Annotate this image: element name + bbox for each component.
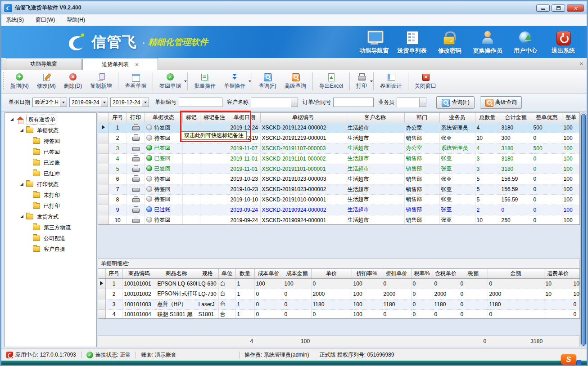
tab-功能导航窗[interactable]: 功能导航窗 — [6, 58, 81, 70]
tree-item-待签回[interactable]: 待签回 — [5, 136, 96, 147]
close-button[interactable] — [567, 4, 584, 12]
expand-triangle-icon[interactable] — [20, 183, 23, 186]
toolbar-excel-button[interactable]: 导出Excel — [315, 71, 347, 91]
col-cost-amount[interactable]: 成本金额 — [283, 269, 311, 279]
chevron-down-icon[interactable] — [60, 98, 67, 107]
delivery-row[interactable]: 9已过账2019-09-24XSCKD-20190924-000002生活超市销… — [98, 205, 580, 215]
dropdown-arrow-icon[interactable] — [370, 80, 373, 84]
col-status[interactable]: 单据状态 — [145, 113, 182, 123]
delivery-row[interactable]: 8待签回2019-10-10XSCKD-20191010-000001生活超市销… — [98, 195, 580, 205]
col-code[interactable]: 商品编码 — [122, 269, 156, 279]
delivery-row[interactable]: 5已签回2019-11-01XSCKD-20191101-000001生活超市销… — [98, 164, 580, 174]
date-from-select[interactable]: 2019-09-24 — [69, 98, 108, 107]
dropdown-arrow-icon[interactable] — [184, 80, 187, 84]
tree-item-已打印[interactable]: 已打印 — [5, 201, 96, 211]
menu-item[interactable]: 帮助(H) — [67, 16, 85, 24]
delivery-row[interactable]: 6待签回2019-10-23XSCKD-20191023-000003生活超市销… — [98, 174, 580, 184]
tabbar-close-icon[interactable] — [579, 60, 583, 67]
tree-item-已签回[interactable]: 已签回 — [5, 147, 96, 157]
toolbar-batch-button[interactable]: 批量操作 — [190, 71, 220, 91]
col-name[interactable]: 商品名称 — [156, 269, 197, 279]
delivery-row[interactable]: 3已签回2019-11-07XSCKD-20191107-000003生活超市办… — [98, 143, 580, 154]
col-price-with-tax[interactable]: 含税单价 — [433, 269, 459, 279]
col-dept[interactable]: 部门 — [404, 113, 439, 123]
vertical-scrollbar[interactable] — [580, 112, 587, 347]
col-extra[interactable] — [572, 269, 580, 279]
salesman-input[interactable] — [397, 98, 419, 107]
tree-item-第三方物流[interactable]: 第三方物流 — [5, 222, 96, 233]
advanced-query-button[interactable]: 高级查询 — [480, 96, 522, 109]
col-rate[interactable]: 整单 — [562, 113, 580, 123]
banner-action-switch-operator[interactable]: 更换操作员 — [469, 30, 507, 55]
col-salesman[interactable]: 业务员 — [439, 113, 475, 123]
banner-action-exit-system[interactable]: 退出系统 — [544, 30, 582, 55]
order-no-input[interactable] — [333, 98, 374, 107]
toolbar-doc-ops-button[interactable]: 单据操作 — [220, 71, 249, 91]
toolbar-delete-button[interactable]: 删除(D) — [60, 71, 86, 91]
col-print[interactable]: 打印 — [127, 113, 145, 123]
col-qty[interactable]: 总数量 — [475, 113, 500, 123]
col-discount[interactable]: 整单优惠 — [532, 113, 562, 123]
date-to-select[interactable]: 2019-12-24 — [110, 98, 149, 107]
col-tax[interactable]: 税额 — [459, 269, 488, 279]
toolbar-view-doc-button[interactable]: 查看单据 — [121, 71, 150, 91]
expand-triangle-icon[interactable] — [20, 129, 23, 132]
banner-action-delivery-list[interactable]: 送货单列表 — [393, 30, 431, 55]
expand-triangle-icon[interactable] — [10, 118, 14, 121]
tree-group-发货方式[interactable]: 发货方式 — [5, 211, 96, 222]
col-amount[interactable]: 金额 — [488, 269, 544, 279]
toolbar-copy-button[interactable]: 复制新增 — [86, 71, 116, 91]
col-total-amount[interactable]: 合计金额 — [500, 113, 532, 123]
col-spec[interactable]: 规格 — [197, 269, 218, 279]
banner-action-change-password[interactable]: 修改密码 — [431, 30, 469, 55]
delivery-row[interactable]: 4已签回2019-11-01XSCKD-20191101-000002生活超市销… — [98, 153, 580, 164]
tab-送货单列表[interactable]: 送货单列表 — [82, 58, 158, 70]
tree-item-已过账[interactable]: 已过账 — [5, 157, 96, 168]
col-seq[interactable]: 序号 — [109, 113, 127, 123]
query-button[interactable]: 查询(F) — [436, 96, 474, 109]
tree-item-客户自提[interactable]: 客户自提 — [5, 244, 96, 254]
tree-item-已红冲[interactable]: 已红冲 — [5, 168, 96, 179]
dropdown-arrow-icon[interactable] — [249, 80, 251, 84]
tree-item-公司配送[interactable]: 公司配送 — [5, 233, 96, 244]
expand-triangle-icon[interactable] — [20, 215, 23, 218]
tree-group-打印状态[interactable]: 打印状态 — [5, 179, 96, 190]
restore-button[interactable] — [552, 4, 565, 12]
customer-input[interactable] — [251, 98, 291, 107]
col-discount-rate[interactable]: 折扣率% — [352, 269, 382, 279]
col-date[interactable]: 单据日期 — [229, 113, 260, 123]
col-tax-rate[interactable]: 税率% — [411, 269, 433, 279]
col-price[interactable]: 单价 — [311, 269, 352, 279]
toolbar-edit-button[interactable]: 修改(M) — [33, 71, 60, 91]
col-unit[interactable]: 单位 — [218, 269, 235, 279]
tree-item-未打印[interactable]: 未打印 — [5, 190, 96, 201]
col-cost-price[interactable]: 成本单价 — [254, 269, 283, 279]
detail-row[interactable]: 4100101004联想 S1801 黑S1801台1000100000000 — [98, 309, 580, 319]
doc-no-input[interactable] — [179, 98, 222, 107]
toolbar-grip[interactable] — [2, 72, 5, 90]
tree-group-单据状态[interactable]: 单据状态 — [5, 125, 96, 136]
menu-item[interactable]: 系统(S) — [6, 16, 24, 24]
tree-root-all-delivery-orders[interactable]: 所有送货单 — [5, 114, 96, 125]
menu-item[interactable]: 窗口(W) — [36, 16, 55, 24]
delivery-row[interactable]: 1待签回2019-12-24XSCKD-20191224-000002生活超市办… — [98, 123, 580, 133]
col-freight-price[interactable]: 运费单价 — [544, 269, 572, 279]
col-qty[interactable]: 数量 — [235, 269, 254, 279]
col-discount-price[interactable]: 折扣单价 — [382, 269, 411, 279]
col-doc-no[interactable]: 单据编号 — [260, 113, 346, 123]
toolbar-search-adv-button[interactable]: 高级查询 — [280, 71, 310, 91]
toolbar-sign-back-button[interactable]: 签回单据 — [155, 71, 185, 91]
col-mark[interactable]: 标记 — [182, 113, 200, 123]
col-mark-note[interactable]: 标记备注 — [200, 113, 229, 123]
chevron-down-icon[interactable] — [101, 98, 108, 107]
chevron-down-icon[interactable] — [142, 98, 149, 107]
delivery-row[interactable]: 7待签回2019-10-23XSCKD-20191023-000002生活超市销… — [98, 184, 580, 195]
browse-ellipsis-icon[interactable] — [291, 98, 298, 107]
detail-row[interactable]: 1100101001EPSON LQ-630KLQ-630台1100100010… — [98, 279, 580, 289]
detail-row[interactable]: 2100101002EPSON针式打印LQ-730台10020001002000… — [98, 289, 580, 299]
col-seq[interactable]: 序号 — [105, 269, 122, 279]
minimize-button[interactable] — [536, 4, 550, 12]
toolbar-add-button[interactable]: 新增(N) — [6, 71, 33, 91]
toolbar-search-blue-button[interactable]: 查询(F) — [254, 71, 280, 91]
scrollbar-thumb[interactable] — [581, 114, 586, 346]
